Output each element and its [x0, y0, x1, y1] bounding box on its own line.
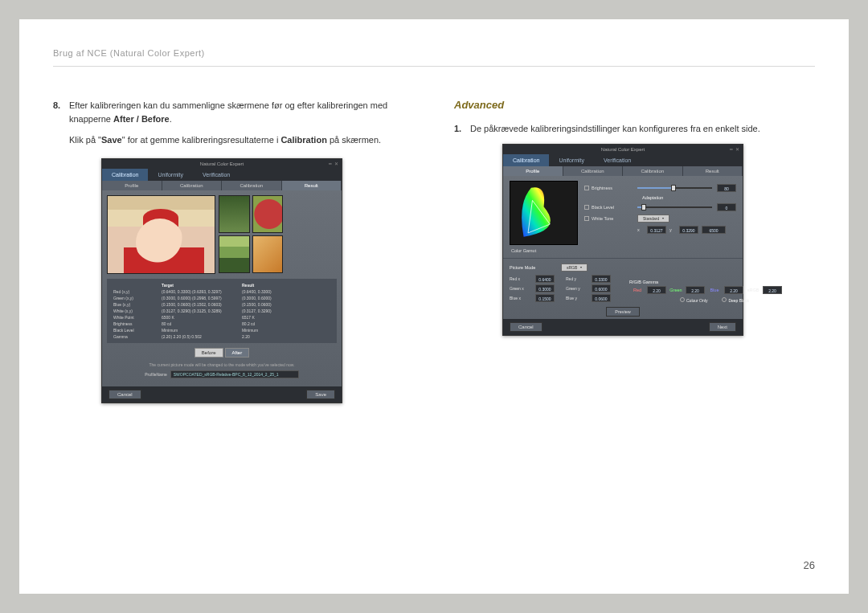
preview-main-image [107, 195, 215, 274]
rgb-xy-grid: Red x0.6400 Red y0.3300 Green x0.3000 Gr… [510, 275, 619, 302]
advanced-heading: Advanced [454, 99, 815, 111]
profile-label: ProfileName [145, 372, 167, 377]
step-8: 8. Efter kalibreringen kan du sammenlign… [53, 99, 414, 125]
picture-mode-dropdown[interactable]: sRGB▾ [561, 264, 588, 272]
thumbnail[interactable] [219, 235, 250, 273]
close-icon[interactable]: ✕ [334, 161, 338, 166]
chevron-down-icon: ▾ [580, 265, 582, 269]
subtab-calibration2[interactable]: Calibration [222, 181, 282, 190]
subtab-profile[interactable]: Profile [503, 166, 563, 176]
sub-tabs: Profile Calibration Calibration Result [102, 181, 342, 190]
subtab-result[interactable]: Result [282, 181, 342, 190]
helper-text: The current picture mode will be changed… [107, 362, 337, 367]
columns: 8. Efter kalibreringen kan du sammenlign… [53, 99, 815, 403]
cancel-button[interactable]: Cancel [108, 390, 141, 399]
step-number: 8. [53, 99, 64, 125]
screenshot-calibration-result: Natural Color Expert ━✕ Calibration Unif… [101, 158, 342, 403]
picture-mode-label: Picture Mode [510, 265, 556, 270]
minimize-icon[interactable]: ━ [730, 146, 733, 152]
color-gamut-label: Color Gamut [511, 248, 736, 253]
chevron-down-icon: ▾ [662, 216, 664, 220]
window-title: Natural Color Expert [200, 161, 244, 166]
color-gamut-chart [510, 181, 578, 245]
advanced-body: Brightness 80 Adaptation Black Level 0 [503, 176, 743, 319]
tab-uniformity[interactable]: Uniformity [549, 154, 594, 166]
subtab-result[interactable]: Result [683, 166, 743, 176]
preview-thumbnails [219, 195, 283, 274]
checkbox-icon[interactable] [584, 205, 589, 210]
profile-name-input[interactable] [170, 370, 299, 378]
thumbnail[interactable] [252, 235, 284, 273]
screenshot-advanced: Natural Color Expert ━✕ Calibration Unif… [502, 144, 743, 336]
tab-uniformity[interactable]: Uniformity [148, 169, 193, 181]
tab-verification[interactable]: Verification [594, 154, 641, 166]
step-1: 1. De påkrævede kalibreringsindstillinge… [454, 122, 815, 136]
radio-icon[interactable] [722, 297, 727, 302]
result-body: TargetResult Red (x,y)(0.6400, 0.3300) (… [102, 190, 342, 386]
blacklevel-slider[interactable] [637, 205, 712, 210]
subtab-calibration[interactable]: Calibration [563, 166, 624, 176]
brightness-slider[interactable] [637, 186, 712, 190]
window-titlebar: Natural Color Expert ━✕ [503, 145, 743, 154]
brightness-value[interactable]: 80 [717, 184, 736, 192]
after-button[interactable]: After [225, 348, 250, 358]
cancel-button[interactable]: Cancel [510, 322, 542, 332]
page-number: 26 [804, 559, 815, 571]
metrics-table: TargetResult Red (x,y)(0.6400, 0.3300) (… [107, 279, 337, 343]
left-column: 8. Efter kalibreringen kan du sammenlign… [53, 99, 414, 403]
checkbox-icon[interactable] [584, 216, 589, 221]
before-button[interactable]: Before [194, 348, 223, 358]
step-text: Efter kalibreringen kan du sammenligne s… [69, 99, 414, 125]
window-titlebar: Natural Color Expert ━✕ [102, 159, 342, 169]
save-note: Klik på "Save" for at gemme kalibrerings… [69, 133, 414, 147]
checkbox-icon[interactable] [584, 186, 589, 190]
step-text: De påkrævede kalibreringsindstillinger k… [470, 122, 760, 136]
step-number: 1. [454, 122, 465, 136]
minimize-icon[interactable]: ━ [329, 161, 332, 166]
window-title: Natural Color Expert [601, 147, 645, 152]
page: Brug af NCE (Natural Color Expert) 8. Ef… [19, 19, 849, 594]
subtab-profile[interactable]: Profile [102, 181, 162, 190]
close-icon[interactable]: ✕ [735, 146, 739, 152]
subtab-calibration[interactable]: Calibration [162, 181, 223, 190]
radio-icon[interactable] [680, 297, 685, 302]
next-button[interactable]: Next [709, 322, 736, 332]
right-column: Advanced 1. De påkrævede kalibreringsind… [454, 99, 815, 403]
main-tabs: Calibration Uniformity Verification [503, 154, 743, 166]
subtab-calibration2[interactable]: Calibration [623, 166, 683, 176]
after-before-label: After / Before [113, 114, 170, 124]
tab-calibration[interactable]: Calibration [102, 169, 148, 181]
blacklevel-value[interactable]: 0 [717, 203, 736, 211]
save-button[interactable]: Save [306, 390, 335, 399]
sub-tabs: Profile Calibration Calibration Result [503, 166, 743, 176]
whitetone-dropdown[interactable]: Standard▾ [637, 215, 669, 223]
tab-calibration[interactable]: Calibration [503, 154, 549, 166]
main-tabs: Calibration Uniformity Verification [102, 169, 342, 181]
preview-button[interactable]: Preview [606, 307, 640, 317]
thumbnail[interactable] [219, 195, 250, 233]
thumbnail[interactable] [252, 195, 284, 233]
tab-verification[interactable]: Verification [193, 169, 240, 181]
breadcrumb: Brug af NCE (Natural Color Expert) [53, 48, 815, 67]
